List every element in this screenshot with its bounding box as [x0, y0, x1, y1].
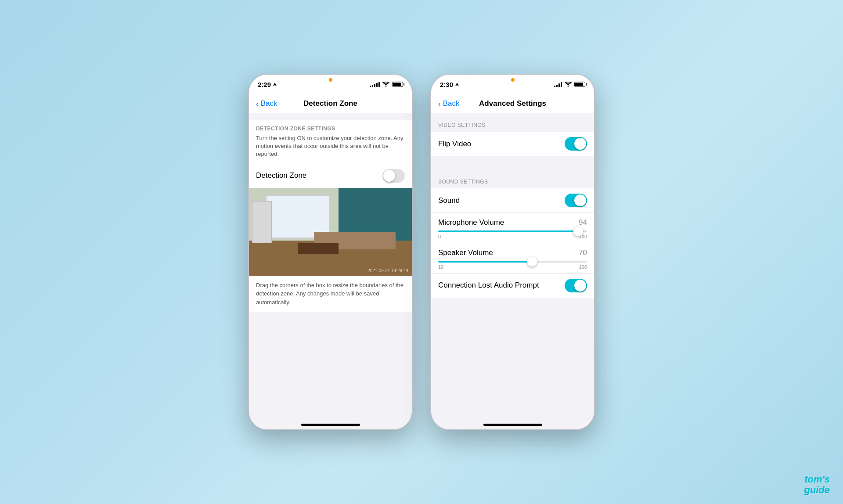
status-time-left: 2:29 [258, 81, 277, 88]
microphone-volume-row: Microphone Volume 94 [438, 218, 587, 227]
battery-icon-left [392, 82, 403, 87]
toms-guide-watermark: tom's guide [804, 474, 830, 495]
orange-dot-left [329, 78, 332, 82]
status-time-right: 2:30 [440, 81, 459, 88]
back-button-detection-zone[interactable]: ‹ Back [256, 99, 277, 108]
home-indicator-left [249, 414, 412, 429]
camera-feed: 2021-09-21 14:29:44 [249, 188, 412, 276]
microphone-volume-range: 0 100 [438, 234, 587, 239]
microphone-volume-value: 94 [579, 218, 587, 227]
location-arrow-icon [273, 82, 277, 86]
signal-bars-right [554, 82, 562, 87]
detection-zone-description-box: DETECTION ZONE SETTINGS Turn the setting… [249, 120, 412, 164]
speaker-volume-row: Speaker Volume 70 [438, 248, 587, 257]
sound-row: Sound [431, 188, 594, 213]
location-arrow-icon-right [455, 82, 459, 86]
flip-video-toggle[interactable] [565, 137, 587, 151]
microphone-volume-thumb[interactable] [573, 227, 583, 236]
sound-toggle-knob [574, 194, 586, 206]
microphone-volume-fill [438, 230, 578, 232]
section-divider-sound [431, 156, 594, 170]
flip-video-row: Flip Video [431, 132, 594, 156]
sound-settings-header: SOUND SETTINGS [431, 170, 594, 188]
orange-dot-right [511, 78, 515, 82]
speaker-volume-thumb[interactable] [527, 257, 537, 266]
wifi-icon-left [382, 82, 389, 87]
detection-zone-label: Detection Zone [256, 171, 306, 180]
phone-detection-zone: 2:29 ‹ Back Detection Z [248, 74, 413, 430]
camera-timestamp: 2021-09-21 14:29:44 [367, 268, 408, 273]
video-settings-group: Flip Video [431, 132, 594, 156]
connection-lost-toggle[interactable] [565, 279, 587, 292]
sound-settings-group: Sound Microphone Volume 94 0 100 [431, 188, 594, 298]
video-settings-header: VIDEO SETTINGS [431, 113, 594, 132]
signal-bars-left [370, 82, 380, 87]
sound-toggle[interactable] [565, 194, 587, 207]
speaker-volume-label: Speaker Volume [438, 248, 493, 257]
speaker-volume-section: Speaker Volume 70 10 100 [431, 243, 594, 274]
nav-bar-advanced-settings: ‹ Back Advanced Settings [431, 94, 594, 113]
microphone-volume-label: Microphone Volume [438, 218, 504, 227]
sound-label: Sound [438, 196, 460, 205]
home-indicator-right [431, 414, 594, 429]
speaker-volume-range: 10 100 [438, 264, 587, 270]
microphone-volume-track [438, 230, 587, 232]
connection-lost-row: Connection Lost Audio Prompt [431, 274, 594, 298]
back-button-advanced-settings[interactable]: ‹ Back [438, 99, 459, 108]
detection-zone-toggle-knob [383, 170, 395, 182]
status-bar-left: 2:29 [249, 75, 412, 94]
nav-title-advanced-settings: Advanced Settings [479, 99, 546, 108]
status-icons-left [370, 82, 403, 87]
svg-point-0 [385, 86, 387, 87]
microphone-volume-section: Microphone Volume 94 0 100 [431, 213, 594, 243]
flip-video-label: Flip Video [438, 140, 471, 148]
back-chevron-icon: ‹ [256, 99, 259, 108]
status-bar-right: 2:30 [431, 75, 594, 94]
battery-icon-right [574, 82, 585, 87]
home-bar-right [483, 424, 542, 426]
nav-title-detection-zone: Detection Zone [303, 99, 357, 108]
speaker-volume-track [438, 261, 587, 263]
detection-zone-row: Detection Zone [249, 164, 412, 188]
content-detection-zone: DETECTION ZONE SETTINGS Turn the setting… [249, 113, 412, 414]
flip-video-toggle-knob [574, 138, 586, 150]
wifi-icon-right [565, 82, 572, 87]
detection-zone-toggle-group: Detection Zone [249, 164, 412, 188]
svg-point-1 [568, 86, 569, 87]
connection-lost-toggle-knob [574, 280, 586, 292]
home-bar-left [301, 424, 360, 426]
speaker-volume-fill [438, 261, 532, 263]
detection-zone-toggle[interactable] [382, 169, 405, 183]
phone-advanced-settings: 2:30 ‹ Back Advanced Settings [430, 74, 595, 430]
back-chevron-icon-right: ‹ [438, 99, 441, 108]
detection-zone-section-title: DETECTION ZONE SETTINGS [256, 126, 405, 132]
drag-instruction-text: Drag the corners of the box to resize th… [249, 276, 412, 312]
content-advanced-settings: VIDEO SETTINGS Flip Video SOUND SETTINGS… [431, 113, 594, 414]
room-scene [249, 188, 412, 276]
status-icons-right [554, 82, 585, 87]
nav-bar-detection-zone: ‹ Back Detection Zone [249, 94, 412, 113]
speaker-volume-value: 70 [579, 248, 587, 257]
connection-lost-label: Connection Lost Audio Prompt [438, 281, 539, 290]
detection-zone-description-text: Turn the setting ON to customize your de… [256, 134, 405, 158]
